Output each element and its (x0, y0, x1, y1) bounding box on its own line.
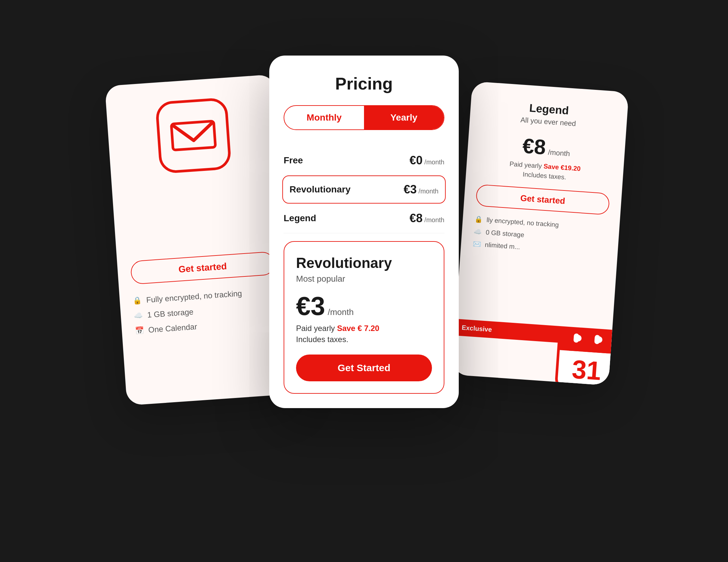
cloud-icon: ☁️ (134, 311, 143, 320)
selected-plan-taxes: Includes taxes. (296, 335, 432, 344)
right-save-row: Paid yearly Save €19.20 (509, 160, 581, 173)
right-save-amount: Save €19.20 (543, 162, 581, 172)
get-started-button[interactable]: Get Started (296, 355, 432, 381)
lock-icon: 🔒 (474, 215, 483, 223)
right-get-started-button[interactable]: Get started (475, 184, 610, 215)
mail-icon: ✉️ (472, 240, 481, 248)
pricing-title: Pricing (284, 74, 444, 93)
list-item: 📅 One Calendar (135, 316, 279, 336)
selected-period: /month (328, 307, 354, 317)
left-get-started-button[interactable]: Get started (130, 251, 275, 285)
right-card: Legend All you ever need €8 /month Paid … (452, 81, 629, 386)
cloud-icon: ☁️ (473, 227, 482, 236)
billing-toggle[interactable]: Monthly Yearly (284, 105, 444, 130)
right-feature-list: 🔒 lly encrypted, no tracking ☁️ 0 GB sto… (472, 215, 608, 261)
svg-rect-6 (573, 333, 579, 343)
left-card: Get started 🔒 Fully encrypted, no tracki… (105, 74, 297, 405)
right-price-row: €8 /month (522, 134, 571, 161)
legend-plan-name: Legend (284, 213, 316, 223)
feature-text: Fully encrypted, no tracking (146, 289, 242, 305)
selected-plan-title: Revolutionary (296, 255, 432, 271)
free-plan-name: Free (284, 155, 303, 166)
yearly-toggle-button[interactable]: Yearly (364, 106, 444, 129)
feature-text: One Calendar (148, 322, 197, 335)
feature-text: 1 GB storage (147, 307, 194, 320)
mail-icon (170, 118, 218, 154)
mail-icon-container (155, 97, 232, 174)
selected-plan-popular: Most popular (296, 274, 432, 284)
selected-plan-save: Paid yearly Save € 7.20 (296, 324, 432, 333)
calendar-icon: 📅 (135, 326, 144, 335)
save-amount: Save € 7.20 (337, 324, 379, 333)
calendar-icon-wrap: 31 (552, 326, 622, 385)
right-period: /month (548, 148, 570, 158)
svg-rect-7 (594, 335, 600, 344)
right-card-title: Legend (529, 102, 569, 117)
scene: Get started 🔒 Fully encrypted, no tracki… (135, 52, 593, 510)
right-card-subtitle: All you ever need (520, 116, 576, 128)
right-taxes: Includes taxes. (522, 171, 567, 181)
legend-plan-row[interactable]: Legend €8 /month (284, 204, 444, 233)
right-price: €8 (522, 134, 547, 159)
free-plan-price: €0 /month (409, 154, 444, 167)
left-feature-list: 🔒 Fully encrypted, no tracking ☁️ 1 GB s… (133, 286, 279, 341)
svg-text:31: 31 (571, 355, 602, 386)
selected-plan-detail: Revolutionary Most popular €3 /month Pai… (284, 241, 444, 394)
revolutionary-plan-price: €3 /month (404, 183, 438, 196)
legend-plan-price: €8 /month (409, 211, 444, 225)
selected-price: €3 (296, 293, 325, 319)
main-pricing-card: Pricing Monthly Yearly Free €0 /month Re… (269, 56, 459, 408)
selected-plan-price-row: €3 /month (296, 293, 432, 319)
revolutionary-plan-row[interactable]: Revolutionary €3 /month (282, 175, 446, 204)
lock-icon: 🔒 (133, 296, 142, 305)
revolutionary-plan-name: Revolutionary (290, 184, 351, 195)
calendar-icon: 31 (552, 326, 622, 385)
exclusive-badge-text: Exclusive (461, 324, 492, 333)
free-plan-row[interactable]: Free €0 /month (284, 146, 444, 175)
monthly-toggle-button[interactable]: Monthly (284, 106, 364, 129)
